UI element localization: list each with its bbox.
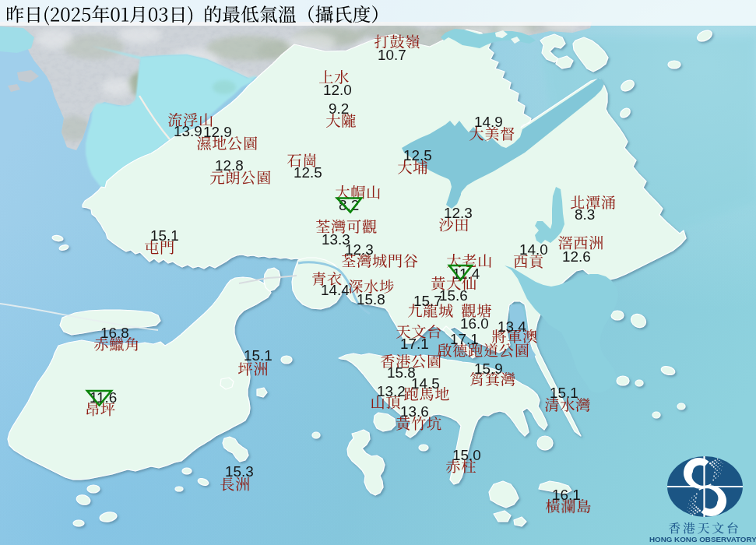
- svg-text:12.3: 12.3: [345, 241, 374, 258]
- svg-text:HONG KONG OBSERVATORY: HONG KONG OBSERVATORY: [649, 535, 756, 543]
- svg-text:15.7: 15.7: [413, 293, 442, 309]
- svg-text:14.0: 14.0: [519, 241, 548, 258]
- svg-text:15.6: 15.6: [439, 287, 468, 304]
- svg-text:15.0: 15.0: [452, 447, 481, 463]
- svg-text:12.5: 12.5: [403, 147, 432, 164]
- svg-text:16.8: 16.8: [100, 325, 129, 341]
- svg-text:16.0: 16.0: [460, 315, 489, 332]
- svg-text:17.1: 17.1: [400, 336, 429, 352]
- svg-text:15.3: 15.3: [225, 463, 254, 480]
- svg-text:14.4: 14.4: [321, 282, 350, 298]
- svg-text:13.6: 13.6: [400, 403, 429, 420]
- svg-text:15.1: 15.1: [244, 347, 273, 364]
- svg-text:12.3: 12.3: [444, 205, 473, 221]
- svg-text:16.1: 16.1: [552, 487, 581, 503]
- svg-text:15.1: 15.1: [550, 385, 578, 401]
- svg-text:12.6: 12.6: [562, 248, 591, 265]
- svg-text:15.8: 15.8: [357, 291, 385, 308]
- svg-text:10.7: 10.7: [378, 47, 406, 63]
- svg-text:12.0: 12.0: [323, 82, 352, 98]
- svg-text:12.5: 12.5: [294, 164, 322, 181]
- svg-text:15.1: 15.1: [150, 227, 179, 244]
- svg-text:13.2: 13.2: [377, 383, 406, 399]
- svg-text:14.5: 14.5: [411, 375, 440, 392]
- svg-text:8.3: 8.3: [575, 206, 595, 223]
- svg-text:15.9: 15.9: [474, 360, 503, 377]
- svg-text:17.1: 17.1: [450, 331, 479, 347]
- svg-text:13.4: 13.4: [498, 318, 526, 335]
- svg-text:12.9: 12.9: [203, 124, 232, 140]
- svg-text:12.8: 12.8: [215, 157, 244, 174]
- svg-text:9.2: 9.2: [329, 100, 349, 117]
- svg-text:14.9: 14.9: [474, 114, 503, 130]
- svg-text:13.9: 13.9: [174, 123, 202, 139]
